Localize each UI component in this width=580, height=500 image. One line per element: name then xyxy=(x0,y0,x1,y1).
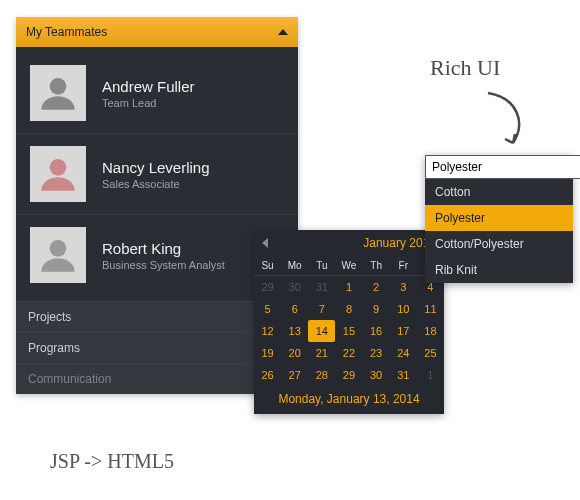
calendar-day[interactable]: 2 xyxy=(363,276,390,299)
annotation-rich-ui: Rich UI xyxy=(430,55,500,81)
calendar-day[interactable]: 21 xyxy=(308,342,335,364)
calendar-day[interactable]: 22 xyxy=(335,342,362,364)
calendar-day[interactable]: 14 xyxy=(308,320,335,342)
panel-title: My Teammates xyxy=(26,25,107,39)
team-role: Sales Associate xyxy=(102,178,210,190)
calendar: January 2014 SuMoTuWeThFrSa 293031123456… xyxy=(254,230,444,414)
calendar-header: January 2014 xyxy=(254,230,444,256)
calendar-day[interactable]: 30 xyxy=(281,276,308,299)
calendar-day[interactable]: 12 xyxy=(254,320,281,342)
team-role: Business System Analyst xyxy=(102,259,225,271)
calendar-weekday: We xyxy=(335,256,362,276)
avatar xyxy=(30,65,86,121)
svg-point-0 xyxy=(50,78,67,95)
calendar-day[interactable]: 26 xyxy=(254,364,281,386)
material-combobox: CottonPolyesterCotton/PolyesterRib Knit xyxy=(425,155,573,283)
annotation-jsp-html5: JSP -> HTML5 xyxy=(50,450,174,473)
combobox-option[interactable]: Cotton xyxy=(425,179,573,205)
calendar-day[interactable]: 3 xyxy=(390,276,417,299)
team-name: Nancy Leverling xyxy=(102,159,210,176)
calendar-day[interactable]: 29 xyxy=(335,364,362,386)
combobox-input[interactable] xyxy=(425,155,580,179)
team-role: Team Lead xyxy=(102,97,195,109)
calendar-day[interactable]: 20 xyxy=(281,342,308,364)
svg-point-2 xyxy=(50,240,67,257)
calendar-day[interactable]: 18 xyxy=(417,320,444,342)
teammates-panel-header[interactable]: My Teammates xyxy=(16,17,298,47)
calendar-weekday: Th xyxy=(363,256,390,276)
calendar-day[interactable]: 13 xyxy=(281,320,308,342)
calendar-day[interactable]: 24 xyxy=(390,342,417,364)
calendar-day[interactable]: 17 xyxy=(390,320,417,342)
team-name: Robert King xyxy=(102,240,225,257)
calendar-day[interactable]: 31 xyxy=(308,276,335,299)
calendar-day[interactable]: 23 xyxy=(363,342,390,364)
svg-point-1 xyxy=(50,159,67,176)
combobox-option[interactable]: Polyester xyxy=(425,205,573,231)
team-item[interactable]: Andrew Fuller Team Lead xyxy=(16,53,298,134)
calendar-grid: SuMoTuWeThFrSa 2930311234567891011121314… xyxy=(254,256,444,386)
calendar-weekday: Su xyxy=(254,256,281,276)
combobox-option[interactable]: Rib Knit xyxy=(425,257,573,283)
calendar-day[interactable]: 6 xyxy=(281,298,308,320)
calendar-day[interactable]: 27 xyxy=(281,364,308,386)
avatar xyxy=(30,146,86,202)
calendar-day[interactable]: 5 xyxy=(254,298,281,320)
calendar-day[interactable]: 29 xyxy=(254,276,281,299)
calendar-day[interactable]: 25 xyxy=(417,342,444,364)
calendar-weekday: Tu xyxy=(308,256,335,276)
calendar-day[interactable]: 11 xyxy=(417,298,444,320)
calendar-prev-icon[interactable] xyxy=(262,238,268,248)
calendar-day[interactable]: 15 xyxy=(335,320,362,342)
calendar-day[interactable]: 7 xyxy=(308,298,335,320)
calendar-day[interactable]: 1 xyxy=(335,276,362,299)
calendar-footer[interactable]: Monday, January 13, 2014 xyxy=(254,386,444,414)
team-name: Andrew Fuller xyxy=(102,78,195,95)
collapse-icon xyxy=(278,29,288,35)
combobox-list: CottonPolyesterCotton/PolyesterRib Knit xyxy=(425,179,573,283)
team-item[interactable]: Nancy Leverling Sales Associate xyxy=(16,134,298,215)
calendar-day[interactable]: 19 xyxy=(254,342,281,364)
calendar-day[interactable]: 28 xyxy=(308,364,335,386)
calendar-weekday: Fr xyxy=(390,256,417,276)
calendar-weekday: Mo xyxy=(281,256,308,276)
arrow-icon xyxy=(478,88,538,158)
calendar-day[interactable]: 16 xyxy=(363,320,390,342)
calendar-day[interactable]: 10 xyxy=(390,298,417,320)
combobox-option[interactable]: Cotton/Polyester xyxy=(425,231,573,257)
combobox-input-wrap xyxy=(425,155,573,179)
calendar-day[interactable]: 31 xyxy=(390,364,417,386)
avatar xyxy=(30,227,86,283)
calendar-day[interactable]: 1 xyxy=(417,364,444,386)
calendar-day[interactable]: 8 xyxy=(335,298,362,320)
calendar-day[interactable]: 30 xyxy=(363,364,390,386)
calendar-day[interactable]: 9 xyxy=(363,298,390,320)
